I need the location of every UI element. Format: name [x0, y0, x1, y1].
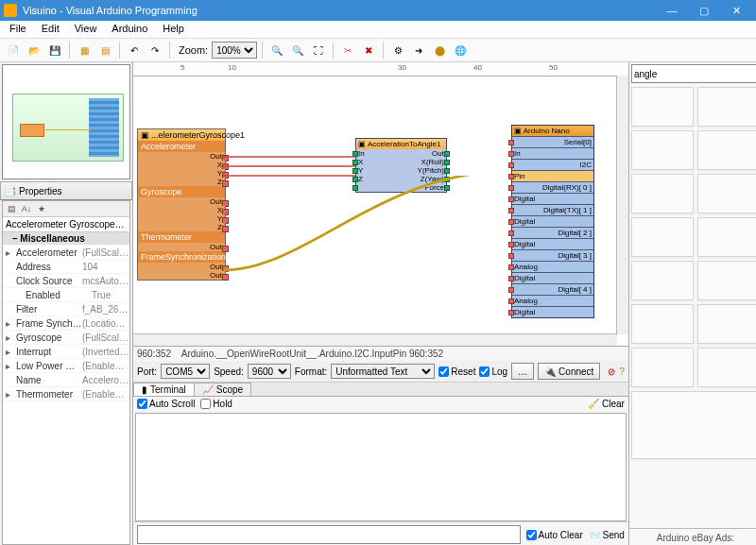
ruler-horizontal: 5 10 30 40 50 [133, 62, 628, 77]
property-row[interactable]: Filterf_AB_260Hz_G... [3, 302, 129, 316]
format-select[interactable]: Unformatted Text [331, 364, 435, 379]
property-row[interactable]: ▸Thermometer(Enabled=True... [3, 387, 129, 401]
upload-button[interactable]: ➜ [409, 41, 428, 60]
canvas-h-scrollbar[interactable] [133, 333, 617, 346]
property-row[interactable]: ▸Interrupt(Inverted=Fals... [3, 345, 129, 359]
close-button[interactable]: ✕ [720, 0, 752, 21]
maximize-button[interactable]: ▢ [688, 0, 720, 21]
clear-button[interactable]: 🧹 Clear [588, 399, 625, 409]
center-panel: 5 10 30 40 50 ▣...elerometerGyroscope1 A… [133, 62, 628, 545]
palette-item[interactable] [631, 261, 694, 300]
palette-item[interactable] [697, 174, 756, 213]
design-canvas[interactable]: 5 10 30 40 50 ▣...elerometerGyroscope1 A… [133, 62, 628, 347]
tab-scope[interactable]: 📈Scope [194, 383, 251, 396]
board-button[interactable]: ⬤ [430, 41, 449, 60]
chip-icon: ▣ [358, 140, 366, 148]
grid2-button[interactable]: ▤ [95, 41, 114, 60]
open-button[interactable]: 📂 [25, 41, 43, 60]
menu-help[interactable]: Help [155, 21, 192, 38]
serial-clear-icon[interactable]: ⊘ [608, 366, 615, 377]
props-cat-icon[interactable]: ▤ [5, 202, 18, 215]
palette-item[interactable] [631, 304, 694, 344]
auto-clear-checkbox[interactable]: Auto Clear [526, 530, 583, 540]
component-palette[interactable] [629, 85, 756, 528]
properties-toolbar: ▤ A↓ ★ [3, 201, 129, 217]
left-panel: 📑 Properties ▤ A↓ ★ Accelerometer Gyrosc… [0, 62, 133, 545]
palette-item[interactable] [631, 348, 694, 387]
overview-panel[interactable] [2, 64, 130, 179]
menu-view[interactable]: View [67, 21, 105, 38]
palette-item[interactable] [631, 130, 694, 170]
send-input[interactable] [137, 525, 521, 544]
palette-item[interactable] [697, 304, 756, 344]
delete-button[interactable]: ✖ [359, 41, 378, 60]
zoom-fit-icon[interactable]: ⛶ [309, 41, 328, 60]
palette-item[interactable] [697, 130, 756, 170]
property-row[interactable]: EnabledTrue [3, 288, 129, 302]
zoom-select[interactable]: 100% [212, 42, 257, 59]
property-row[interactable]: ▸Gyroscope(FullScaleRang... [3, 331, 129, 345]
build-button[interactable]: ⚙ [388, 41, 407, 60]
menu-file[interactable]: File [2, 21, 34, 38]
scope-icon: 📈 [202, 384, 214, 395]
hold-checkbox[interactable]: Hold [200, 399, 232, 409]
property-row[interactable]: ▸Accelerometer(FullScaleRang... [3, 246, 129, 260]
property-row[interactable]: ▸Frame Synchro...(Location=fsD... [3, 316, 129, 331]
status-bar: 960:352 Arduino.__OpenWireRootUnit__.Ard… [133, 347, 628, 361]
log-checkbox[interactable]: Log [479, 366, 507, 377]
palette-item[interactable] [697, 87, 756, 127]
serial-help-icon[interactable]: ? [619, 366, 625, 377]
send-button[interactable]: 📨 Send [589, 530, 625, 540]
speed-label: Speed: [214, 366, 244, 377]
main-toolbar: 📄 📂 💾 ▦ ▤ ↶ ↷ Zoom: 100% 🔍 🔍 ⛶ ✂ ✖ ⚙ ➜ ⬤… [0, 39, 756, 62]
reset-checkbox[interactable]: Reset [438, 366, 475, 377]
connect-button[interactable]: 🔌 Connect [538, 363, 600, 380]
category-row[interactable]: – Miscellaneous [3, 232, 129, 246]
property-row[interactable]: Address104 [3, 260, 129, 274]
selected-object: Accelerometer Gyroscope MPU6000/MPU60 [3, 217, 129, 232]
port-label: Port: [137, 366, 157, 377]
globe-button[interactable]: 🌐 [451, 41, 470, 60]
redo-button[interactable]: ↷ [146, 41, 164, 60]
zoom-out-icon[interactable]: 🔍 [288, 41, 307, 60]
menubar: File Edit View Arduino Help [0, 21, 756, 39]
node-accelerometer-gyroscope[interactable]: ▣...elerometerGyroscope1 Accelerometer O… [137, 128, 226, 281]
tab-terminal[interactable]: ▮Terminal [133, 383, 195, 396]
palette-item[interactable] [631, 174, 694, 213]
props-star-icon[interactable]: ★ [35, 202, 48, 215]
palette-item[interactable] [631, 391, 756, 459]
app-icon [4, 4, 17, 17]
terminal-output[interactable] [135, 413, 627, 521]
node-arduino-nano[interactable]: ▣ Arduino Nano Serial[0] In I2C Pin Digi… [511, 125, 594, 318]
undo-button[interactable]: ↶ [125, 41, 144, 60]
save-button[interactable]: 💾 [45, 41, 64, 60]
palette-item[interactable] [697, 217, 756, 257]
palette-item[interactable] [631, 87, 694, 127]
node-acceleration-to-angle[interactable]: ▣AccelerationToAngle1 InOut XX(Roll) YY(… [355, 138, 447, 193]
property-row[interactable]: NameAccelerometer... [3, 373, 129, 387]
log-browse-button[interactable]: … [511, 363, 534, 380]
props-az-icon[interactable]: A↓ [20, 202, 33, 215]
palette-item[interactable] [697, 261, 756, 300]
component-search-input[interactable] [631, 64, 756, 83]
palette-item[interactable] [631, 217, 694, 257]
terminal-icon: ▮ [142, 384, 147, 395]
palette-item[interactable] [697, 348, 756, 387]
speed-select[interactable]: 9600 [248, 364, 291, 379]
auto-scroll-checkbox[interactable]: Auto Scroll [137, 399, 195, 409]
right-panel: ✖ ● ● ⋯ Arduino eBay Ads: [628, 62, 756, 545]
zoom-label: Zoom: [179, 44, 208, 56]
menu-arduino[interactable]: Arduino [104, 21, 155, 38]
port-select[interactable]: COM5 (L [161, 364, 210, 379]
ads-label: Arduino eBay Ads: [629, 528, 756, 545]
new-button[interactable]: 📄 [4, 41, 23, 60]
zoom-in-icon[interactable]: 🔍 [267, 41, 286, 60]
property-row[interactable]: ▸Low Power Mo...(Enabled=True... [3, 359, 129, 373]
cut-button[interactable]: ✂ [338, 41, 357, 60]
property-row[interactable]: Clock SourcemcsAutoSelect [3, 274, 129, 288]
menu-edit[interactable]: Edit [34, 21, 67, 38]
window-title: Visuino - Visual Arduino Programming [23, 5, 656, 16]
minimize-button[interactable]: — [656, 0, 688, 21]
grid-button[interactable]: ▦ [75, 41, 94, 60]
canvas-v-scrollbar[interactable] [616, 76, 628, 334]
